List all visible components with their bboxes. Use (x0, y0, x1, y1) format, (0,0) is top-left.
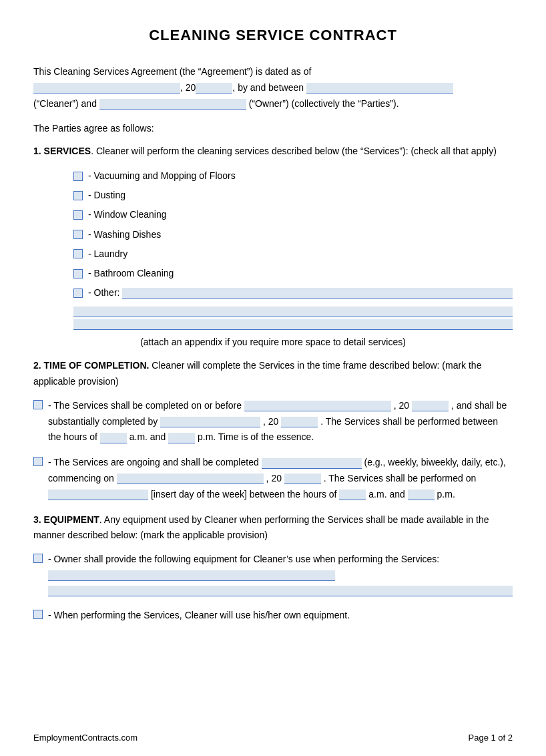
other-line1[interactable] (73, 307, 513, 317)
section2-para2: - The Services are ongoing and shall be … (33, 455, 513, 502)
s2p2-end: p.m. (437, 489, 455, 500)
checkbox-bathroom[interactable] (73, 269, 83, 278)
section2-para1: - The Services shall be completed on or … (33, 398, 513, 445)
s2p1-mid3: , 20 (263, 416, 278, 427)
checkbox-dusting[interactable] (73, 191, 83, 200)
start-hour-field[interactable] (100, 433, 127, 443)
ongoing-end-hour-field[interactable] (408, 490, 435, 500)
s2p2-mid5: a.m. and (368, 489, 404, 500)
section1-title: 1. SERVICES (33, 146, 91, 156)
section3-header: 3. EQUIPMENT. Any equipment used by Clea… (33, 512, 513, 544)
footer-right: Page 1 of 2 (469, 733, 513, 743)
commence-date-field[interactable] (117, 474, 264, 484)
checklist-item-dusting: - Dusting (73, 187, 513, 204)
checkbox-ongoing[interactable] (33, 457, 43, 466)
section3-para1-content: - Owner shall provide the following equi… (48, 552, 513, 598)
footer: EmploymentContracts.com Page 1 of 2 (33, 733, 513, 743)
label-other: - Other: (88, 285, 119, 301)
checkbox-laundry[interactable] (73, 249, 83, 258)
checklist-item-laundry: - Laundry (73, 246, 513, 262)
checkbox-window[interactable] (73, 210, 83, 220)
services-checklist: - Vacuuming and Mopping of Floors - Dust… (73, 168, 513, 301)
date-field[interactable] (33, 83, 180, 93)
comma-20: , 20 (180, 82, 196, 93)
label-vacuuming: - Vacuuming and Mopping of Floors (88, 168, 236, 184)
checklist-item-bathroom: - Bathroom Cleaning (73, 265, 513, 282)
section1-body: . Cleaner will perform the cleaning serv… (91, 146, 497, 156)
other-field[interactable] (122, 288, 513, 299)
s2p2-mid2: , 20 (266, 473, 282, 484)
s2p1-pre: - The Services shall be completed on or … (48, 400, 242, 411)
checklist-item-window: - Window Cleaning (73, 206, 513, 223)
s2p2-mid3: . The Services shall be performed on (324, 473, 477, 484)
checklist-item-dishes: - Washing Dishes (73, 226, 513, 243)
section3-para1: - Owner shall provide the following equi… (33, 552, 513, 598)
intro-block: This Cleaning Services Agreement (the “A… (33, 64, 513, 112)
checkbox-owner-equipment[interactable] (33, 554, 43, 563)
checkbox-dishes[interactable] (73, 230, 83, 239)
completion-date-field[interactable] (244, 401, 391, 411)
commence-year-field[interactable] (284, 474, 321, 484)
substantial-year-field[interactable] (281, 417, 318, 427)
owner-label: (“Owner”) (collectively the “Parties”). (249, 98, 399, 109)
s2p1-end: p.m. Time is of the essence. (198, 431, 314, 442)
section2-title: 2. TIME OF COMPLETION. (33, 360, 149, 371)
day-of-week-field[interactable] (48, 490, 148, 500)
label-dishes: - Washing Dishes (88, 226, 161, 243)
checklist-item-other: - Other: (73, 285, 513, 301)
checkbox-own-equipment[interactable] (33, 610, 43, 619)
other-extra-lines (73, 307, 513, 330)
section2-para2-content: - The Services are ongoing and shall be … (48, 455, 513, 502)
owner-equipment-line2[interactable] (48, 586, 513, 596)
section2-header: 2. TIME OF COMPLETION. Cleaner will comp… (33, 358, 513, 390)
appendix-note: (attach an appendix if you require more … (33, 337, 513, 347)
label-laundry: - Laundry (88, 246, 127, 262)
section1-header: 1. SERVICES. Cleaner will perform the cl… (33, 144, 513, 160)
s3p2-text: - When performing the Services, Cleaner … (48, 610, 350, 620)
label-window: - Window Cleaning (88, 206, 167, 223)
s3p1-pre: - Owner shall provide the following equi… (48, 554, 439, 564)
s2p1-mid5: a.m. and (129, 431, 166, 442)
section3-title: 3. EQUIPMENT (33, 514, 99, 525)
section3-body: . Any equipment used by Cleaner when per… (33, 514, 489, 541)
checklist-item-vacuuming: - Vacuuming and Mopping of Floors (73, 168, 513, 184)
intro-line1: This Cleaning Services Agreement (the “A… (33, 66, 311, 77)
cleaner-label: (“Cleaner”) and (33, 98, 97, 109)
substantial-date-field[interactable] (160, 417, 260, 427)
ongoing-start-hour-field[interactable] (339, 490, 366, 500)
checkbox-other[interactable] (73, 289, 83, 298)
owner-name-field[interactable] (99, 99, 246, 110)
checkbox-completion-date[interactable] (33, 400, 43, 409)
footer-left: EmploymentContracts.com (33, 733, 138, 743)
owner-equipment-field[interactable] (48, 570, 335, 581)
completion-year-field[interactable] (412, 401, 449, 411)
label-dusting: - Dusting (88, 187, 125, 204)
cleaner-name-field[interactable] (306, 83, 453, 93)
other-line2[interactable] (73, 319, 513, 330)
year-field[interactable] (196, 83, 232, 93)
section3-para2-content: - When performing the Services, Cleaner … (48, 608, 513, 624)
parties-agree: The Parties agree as follows: (33, 121, 513, 137)
section2-para1-content: - The Services shall be completed on or … (48, 398, 513, 445)
page-title: CLEANING SERVICE CONTRACT (33, 27, 513, 44)
s2p2-pre: - The Services are ongoing and shall be … (48, 457, 259, 467)
s2p2-mid4: [insert day of the week] between the hou… (151, 489, 337, 500)
frequency-field[interactable] (262, 458, 362, 469)
end-hour-field[interactable] (168, 433, 195, 443)
checkbox-vacuuming[interactable] (73, 172, 83, 181)
label-bathroom: - Bathroom Cleaning (88, 265, 174, 282)
section3-para2: - When performing the Services, Cleaner … (33, 608, 513, 624)
by-between: , by and between (232, 82, 304, 93)
s2p1-mid1: , 20 (394, 400, 409, 411)
